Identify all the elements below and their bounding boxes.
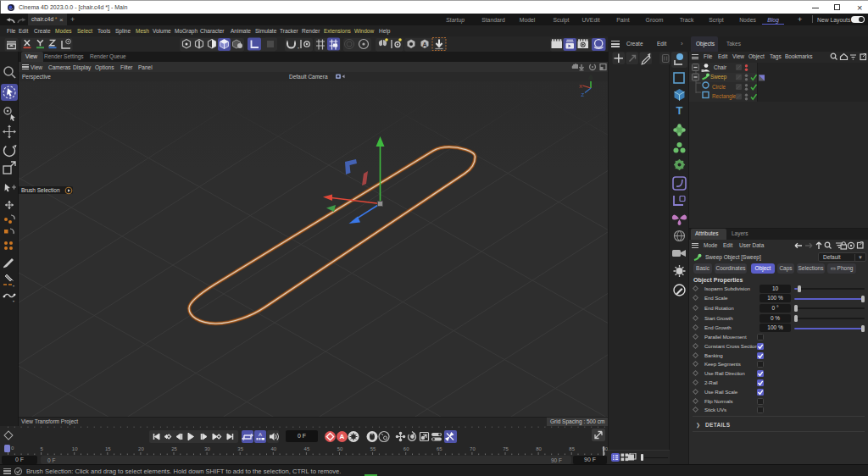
svg-text:15: 15 <box>105 446 111 451</box>
svg-text:T: T <box>676 104 683 117</box>
svg-text:20: 20 <box>138 446 144 451</box>
svg-text:5: 5 <box>40 446 43 451</box>
svg-text:45: 45 <box>304 446 310 451</box>
svg-text:▾: ▾ <box>13 299 14 303</box>
svg-text:▾: ▾ <box>13 284 14 288</box>
svg-text:A: A <box>422 42 426 47</box>
svg-text:35: 35 <box>237 446 243 451</box>
svg-text:40: 40 <box>270 446 276 451</box>
svg-text:25: 25 <box>171 446 177 451</box>
svg-text:A: A <box>259 432 262 437</box>
svg-text:Z: Z <box>581 92 585 97</box>
svg-text:10: 10 <box>72 446 78 451</box>
svg-text:X: X <box>579 84 582 89</box>
svg-text:90: 90 <box>602 446 608 451</box>
svg-text:▾: ▾ <box>298 46 299 50</box>
svg-text:30: 30 <box>204 446 210 451</box>
svg-text:75: 75 <box>503 446 509 451</box>
svg-text:60: 60 <box>403 446 409 451</box>
svg-text:70: 70 <box>470 446 476 451</box>
svg-text:50: 50 <box>337 446 343 451</box>
svg-text:55: 55 <box>370 446 376 451</box>
svg-text:A: A <box>340 433 345 440</box>
svg-text:65: 65 <box>437 446 442 451</box>
svg-text:85: 85 <box>569 446 575 451</box>
svg-text:80: 80 <box>536 446 542 451</box>
